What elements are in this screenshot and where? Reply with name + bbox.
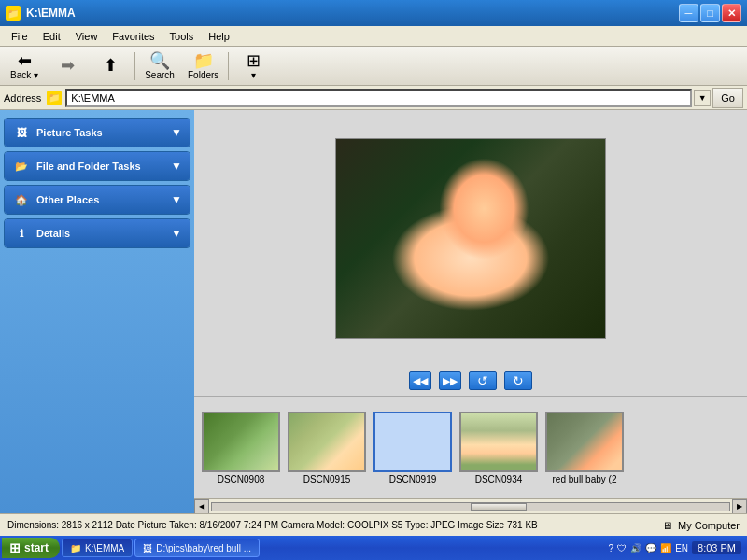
details-icon: ℹ bbox=[12, 224, 31, 243]
sidebar: 🖼 Picture Tasks ▼ 📂 File and Folder Task… bbox=[0, 110, 194, 513]
preview-area bbox=[194, 110, 747, 366]
thumb-label-5: red bull baby (2 bbox=[553, 474, 617, 484]
picture-tasks-header[interactable]: 🖼 Picture Tasks ▼ bbox=[5, 119, 190, 147]
main-image bbox=[335, 138, 606, 339]
status-text: Dimensions: 2816 x 2112 Date Picture Tak… bbox=[7, 520, 653, 530]
back-button[interactable]: ⬅ Back ▾ bbox=[4, 49, 45, 83]
window-title: K:\EMMA bbox=[26, 7, 679, 20]
scroll-left-btn[interactable]: ◀ bbox=[194, 499, 209, 514]
details-section: ℹ Details ▼ bbox=[4, 218, 190, 248]
other-places-header[interactable]: 🏠 Other Places ▼ bbox=[5, 186, 190, 214]
taskbar-folder-icon: 📁 bbox=[70, 543, 81, 553]
menu-view[interactable]: View bbox=[68, 29, 106, 44]
folders-button[interactable]: 📁 Folders bbox=[182, 49, 224, 83]
picture-tasks-section: 🖼 Picture Tasks ▼ bbox=[4, 118, 190, 147]
menu-tools[interactable]: Tools bbox=[162, 29, 202, 44]
up-icon: ⬆ bbox=[104, 57, 118, 74]
status-right: 🖥 My Computer bbox=[662, 520, 740, 531]
address-label: Address bbox=[4, 92, 41, 104]
thumb-label-2: DSCN0915 bbox=[303, 474, 351, 484]
chat-icon: 💬 bbox=[645, 543, 656, 553]
menu-favorites[interactable]: Favorites bbox=[105, 29, 162, 44]
back-icon: ⬅ bbox=[18, 52, 32, 69]
go-button[interactable]: Go bbox=[712, 88, 743, 108]
forward-icon: ➡ bbox=[61, 57, 75, 74]
horizontal-scrollbar[interactable]: ◀ ▶ bbox=[194, 498, 747, 513]
other-places-icon: 🏠 bbox=[12, 190, 31, 209]
scroll-right-btn[interactable]: ▶ bbox=[732, 499, 747, 514]
file-folder-icon: 📂 bbox=[12, 157, 31, 175]
maximize-button[interactable]: □ bbox=[700, 4, 720, 22]
title-bar: 📁 K:\EMMA ─ □ ✕ bbox=[0, 0, 747, 26]
thumb-image-4 bbox=[459, 412, 538, 472]
close-button[interactable]: ✕ bbox=[722, 4, 741, 22]
picture-tasks-icon: 🖼 bbox=[12, 123, 31, 142]
toolbar: ⬅ Back ▾ ➡ ⬆ 🔍 Search 📁 Folders ⊞ ▾ bbox=[0, 47, 747, 86]
prev-button[interactable]: ◀◀ bbox=[409, 371, 431, 390]
windows-logo: ⊞ bbox=[9, 540, 21, 555]
scroll-track[interactable] bbox=[211, 502, 730, 511]
menu-help[interactable]: Help bbox=[201, 29, 237, 44]
up-button[interactable]: ⬆ bbox=[90, 49, 131, 83]
other-places-section: 🏠 Other Places ▼ bbox=[4, 185, 190, 215]
details-label: Details bbox=[36, 228, 70, 239]
taskbar-image-icon: 🖼 bbox=[143, 543, 152, 553]
views-button[interactable]: ⊞ ▾ bbox=[233, 49, 274, 83]
window-controls: ─ □ ✕ bbox=[679, 4, 741, 22]
menu-bar: File Edit View Favorites Tools Help bbox=[0, 26, 747, 47]
start-label: start bbox=[24, 541, 49, 554]
network-icon: 📶 bbox=[660, 543, 671, 553]
volume-icon: 🔊 bbox=[630, 543, 641, 553]
start-button[interactable]: ⊞ start bbox=[2, 538, 60, 558]
thumb-label-1: DSCN0908 bbox=[218, 474, 265, 484]
toolbar-separator bbox=[134, 52, 135, 80]
search-button[interactable]: 🔍 Search bbox=[139, 49, 180, 83]
thumb-item-1[interactable]: DSCN0908 bbox=[202, 412, 280, 484]
taskbar-item-label: K:\EMMA bbox=[85, 543, 124, 553]
content-area: ◀◀ ▶▶ ↺ ↻ DSCN0908 DSCN0915 bbox=[194, 110, 747, 513]
file-folder-tasks-section: 📂 File and Folder Tasks ▼ bbox=[4, 151, 190, 181]
search-icon: 🔍 bbox=[149, 52, 170, 69]
computer-icon: 🖥 bbox=[662, 520, 672, 531]
thumb-image-2 bbox=[288, 412, 366, 472]
clock: 8:03 PM bbox=[692, 541, 741, 554]
details-arrow: ▼ bbox=[171, 227, 182, 240]
file-folder-tasks-header[interactable]: 📂 File and Folder Tasks ▼ bbox=[5, 152, 190, 180]
thumbnails-area: DSCN0908 DSCN0915 DSCN0919 DSCN0934 red … bbox=[194, 396, 747, 498]
address-dropdown[interactable]: ▼ bbox=[694, 90, 711, 106]
taskbar: ⊞ start 📁 K:\EMMA 🖼 D:\pics\baby\red bul… bbox=[0, 536, 747, 560]
baby-photo bbox=[336, 139, 605, 338]
address-input[interactable] bbox=[65, 89, 692, 107]
picture-tasks-arrow: ▼ bbox=[171, 126, 182, 139]
taskbar-item-redbull[interactable]: 🖼 D:\pics\baby\red bull ... bbox=[134, 539, 260, 557]
menu-file[interactable]: File bbox=[4, 29, 35, 44]
views-icon: ⊞ bbox=[247, 52, 261, 69]
help-icon: ? bbox=[609, 543, 614, 553]
forward-button[interactable]: ➡ bbox=[47, 49, 88, 83]
thumb-image-3 bbox=[374, 412, 452, 472]
toolbar-separator2 bbox=[228, 52, 229, 80]
menu-edit[interactable]: Edit bbox=[35, 29, 68, 44]
thumb-item-2[interactable]: DSCN0915 bbox=[288, 412, 366, 484]
thumb-item-5[interactable]: red bull baby (2 bbox=[545, 412, 624, 484]
other-places-label: Other Places bbox=[36, 194, 99, 205]
rotate-left-button[interactable]: ↺ bbox=[469, 371, 497, 390]
thumb-image-5 bbox=[545, 412, 624, 472]
address-folder-icon: 📁 bbox=[47, 91, 62, 105]
taskbar-item-emma[interactable]: 📁 K:\EMMA bbox=[62, 539, 133, 557]
thumb-item-4[interactable]: DSCN0934 bbox=[459, 412, 538, 484]
status-computer-label: My Computer bbox=[678, 520, 740, 531]
status-bar: Dimensions: 2816 x 2112 Date Picture Tak… bbox=[0, 513, 747, 536]
minimize-button[interactable]: ─ bbox=[679, 4, 698, 22]
thumb-item-3[interactable]: DSCN0919 bbox=[374, 412, 452, 484]
rotate-right-button[interactable]: ↻ bbox=[504, 371, 532, 390]
scroll-thumb[interactable] bbox=[471, 503, 527, 511]
details-header[interactable]: ℹ Details ▼ bbox=[5, 219, 190, 247]
window-icon: 📁 bbox=[6, 6, 21, 21]
taskbar-item-label2: D:\pics\baby\red bull ... bbox=[156, 543, 251, 553]
thumb-label-3: DSCN0919 bbox=[389, 474, 437, 484]
other-places-arrow: ▼ bbox=[171, 193, 182, 206]
thumb-image-1 bbox=[202, 412, 280, 472]
next-button[interactable]: ▶▶ bbox=[439, 371, 461, 390]
address-bar: Address 📁 ▼ Go bbox=[0, 86, 747, 110]
